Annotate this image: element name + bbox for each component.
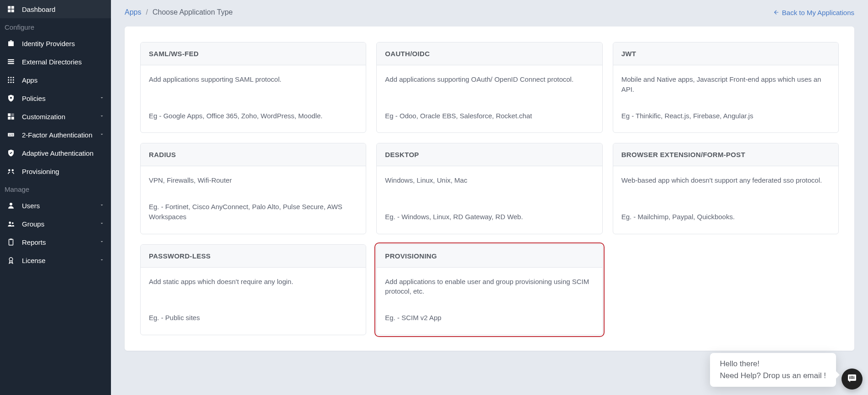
card-desc: VPN, Firewalls, Wifi-Router <box>149 175 358 185</box>
chevron-down-icon <box>99 112 105 121</box>
card-title: BROWSER EXTENSION/FORM-POST <box>621 151 830 158</box>
svg-rect-3 <box>11 10 14 12</box>
sidebar-item-label: Identity Providers <box>22 40 105 47</box>
sidebar-item-customization[interactable]: Customization <box>0 107 111 126</box>
sync-users-icon <box>6 167 16 176</box>
svg-point-24 <box>12 169 14 172</box>
clipboard-icon <box>6 237 16 247</box>
app-card-saml[interactable]: SAML/WS-FED Add applications supporting … <box>140 42 366 133</box>
svg-rect-2 <box>8 10 11 12</box>
sidebar: Dashboard Configure Identity Providers E… <box>0 0 111 369</box>
chevron-down-icon <box>99 131 105 139</box>
group-icon <box>6 219 16 228</box>
svg-point-9 <box>13 77 14 78</box>
dashboard-icon <box>6 5 16 14</box>
svg-rect-20 <box>11 117 14 120</box>
card-desc: Windows, Linux, Unix, Mac <box>385 175 594 185</box>
sidebar-item-apps[interactable]: Apps <box>0 71 111 89</box>
breadcrumb-separator: / <box>146 8 147 16</box>
svg-rect-4 <box>8 59 14 60</box>
card-title: OAUTH/OIDC <box>385 50 594 58</box>
shield-check-icon <box>6 148 16 158</box>
badge-icon <box>6 256 16 265</box>
sidebar-item-label: 2-Factor Authentication <box>22 131 99 139</box>
svg-point-13 <box>8 82 9 83</box>
app-card-desktop[interactable]: DESKTOP Windows, Linux, Unix, Mac Eg. - … <box>376 143 602 234</box>
card-title: JWT <box>621 50 830 58</box>
shield-gear-icon <box>6 94 16 103</box>
arrow-left-icon <box>773 9 779 16</box>
sidebar-item-external-directories[interactable]: External Directories <box>0 53 111 71</box>
svg-point-10 <box>8 79 9 81</box>
chevron-down-icon <box>99 94 105 102</box>
sidebar-item-policies[interactable]: Policies <box>0 89 111 107</box>
card-title: PASSWORD-LESS <box>149 252 358 260</box>
svg-point-14 <box>11 82 12 83</box>
chevron-down-icon <box>99 256 105 264</box>
app-card-passwordless[interactable]: PASSWORD-LESS Add static apps which does… <box>140 244 366 335</box>
app-card-radius[interactable]: RADIUS VPN, Firewalls, Wifi-Router Eg. -… <box>140 143 366 234</box>
breadcrumb-root-link[interactable]: Apps <box>125 8 141 16</box>
digits-icon: 123 <box>6 130 16 139</box>
sidebar-item-dashboard[interactable]: Dashboard <box>0 0 111 18</box>
sidebar-item-label: Users <box>22 202 99 210</box>
sidebar-section-configure: Configure <box>0 18 111 34</box>
sidebar-item-label: Policies <box>22 95 99 102</box>
card-example: Eg. - Windows, Linux, RD Gateway, RD Web… <box>385 212 594 222</box>
svg-point-27 <box>12 222 14 224</box>
svg-point-26 <box>9 221 11 224</box>
chat-popup[interactable]: Hello there! Need Help? Drop us an email… <box>710 353 836 369</box>
chevron-down-icon <box>99 220 105 228</box>
card-example: Eg. - Mailchimp, Paypal, Quickbooks. <box>621 212 830 222</box>
main-area: Apps / Choose Application Type Back to M… <box>111 0 868 369</box>
customization-icon <box>6 112 16 121</box>
sidebar-item-users[interactable]: Users <box>0 196 111 215</box>
svg-rect-29 <box>10 239 12 240</box>
sidebar-item-2fa[interactable]: 123 2-Factor Authentication <box>0 126 111 144</box>
svg-rect-6 <box>8 63 14 64</box>
app-card-browser-ext[interactable]: BROWSER EXTENSION/FORM-POST Web-based ap… <box>613 143 839 234</box>
sidebar-item-provisioning[interactable]: Provisioning <box>0 162 111 180</box>
svg-point-11 <box>11 79 12 81</box>
back-to-applications-link[interactable]: Back to My Applications <box>773 9 854 16</box>
card-example: Eg. - Public sites <box>149 313 358 323</box>
card-desc: Add applications to enable user and grou… <box>385 277 594 297</box>
svg-rect-0 <box>8 6 11 9</box>
breadcrumb-current: Choose Application Type <box>153 8 233 16</box>
sidebar-item-label: License <box>22 257 99 264</box>
sidebar-item-groups[interactable]: Groups <box>0 215 111 233</box>
card-desc: Mobile and Native apps, Javascript Front… <box>621 74 830 95</box>
svg-rect-19 <box>11 113 14 116</box>
svg-point-16 <box>10 97 12 99</box>
sidebar-item-label: Adaptive Authentication <box>22 149 105 157</box>
svg-point-25 <box>10 203 12 205</box>
apps-icon <box>6 75 16 84</box>
app-card-provisioning[interactable]: PROVISIONING Add applications to enable … <box>376 244 602 335</box>
sidebar-item-reports[interactable]: Reports <box>0 233 111 251</box>
briefcase-icon <box>6 39 16 48</box>
sidebar-item-identity-providers[interactable]: Identity Providers <box>0 34 111 53</box>
list-icon <box>6 57 16 66</box>
card-example: Eg - Thinkific, React.js, Firebase, Angu… <box>621 111 830 121</box>
card-example: Eg - Google Apps, Office 365, Zoho, Word… <box>149 111 358 121</box>
app-card-oauth[interactable]: OAUTH/OIDC Add applications supporting O… <box>376 42 602 133</box>
card-example: Eg. - Fortinet, Cisco AnyConnect, Palo A… <box>149 202 358 222</box>
app-type-grid: SAML/WS-FED Add applications supporting … <box>140 42 839 335</box>
user-icon <box>6 201 16 210</box>
svg-rect-5 <box>8 61 14 62</box>
sidebar-item-label: External Directories <box>22 58 105 66</box>
chat-line-1: Hello there! <box>720 359 826 369</box>
app-type-panel: SAML/WS-FED Add applications supporting … <box>125 26 854 351</box>
card-title: DESKTOP <box>385 151 594 158</box>
back-link-label: Back to My Applications <box>782 9 854 16</box>
chevron-down-icon <box>99 201 105 210</box>
sidebar-item-adaptive-auth[interactable]: Adaptive Authentication <box>0 144 111 162</box>
sidebar-item-license[interactable]: License <box>0 251 111 269</box>
app-card-jwt[interactable]: JWT Mobile and Native apps, Javascript F… <box>613 42 839 133</box>
card-title: PROVISIONING <box>385 252 594 260</box>
sidebar-item-label: Customization <box>22 113 99 121</box>
chevron-down-icon <box>99 238 105 246</box>
card-example: Eg. - SCIM v2 App <box>385 313 594 323</box>
svg-point-7 <box>8 77 9 78</box>
sidebar-item-label: Apps <box>22 76 105 84</box>
